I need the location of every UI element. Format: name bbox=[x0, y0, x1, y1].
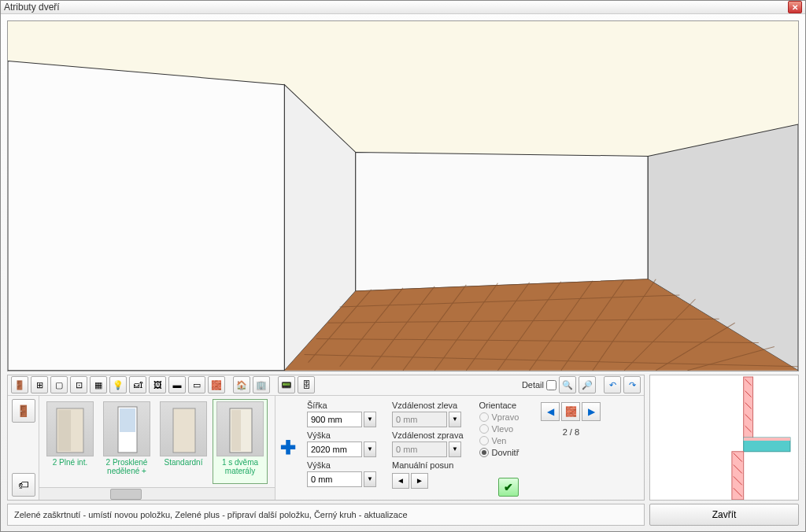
height-label: Výška bbox=[307, 430, 376, 440]
thumb-label: 1 s dvěma materály bbox=[215, 458, 265, 475]
width-label: Šířka bbox=[307, 401, 376, 410]
door-thumb-0[interactable]: 2 Plné int. bbox=[43, 399, 98, 484]
door-thumb-2[interactable]: Standardní bbox=[156, 399, 211, 484]
add-column: ✚ bbox=[275, 396, 301, 500]
controls-row: 🚪 ⊞ ▢ ⊡ ▦ 💡 🛋 🖼 ▬ ▭ 🧱 🏠 🏢 📟 🗄 bbox=[7, 375, 799, 501]
orientation-label: Orientace bbox=[479, 401, 519, 410]
building-tool-icon[interactable]: 🏢 bbox=[253, 376, 270, 393]
window-category-icon[interactable]: ⊞ bbox=[31, 376, 48, 393]
orientation-left-radio[interactable]: Vlevo bbox=[479, 424, 519, 434]
dist-right-dropdown-icon[interactable]: ▼ bbox=[449, 441, 461, 457]
preview-3d-viewport[interactable] bbox=[7, 20, 799, 371]
thumb-scrollbar[interactable] bbox=[39, 487, 275, 500]
zoom-in-icon[interactable]: 🔍 bbox=[559, 376, 576, 393]
thumbnail-list: 2 Plné int. 2 Prosklené nedělené + Stand… bbox=[39, 396, 275, 500]
dist-right-label: Vzdálenost zprava bbox=[392, 430, 464, 440]
thumb-label: Standardní bbox=[165, 458, 203, 467]
window-title: Atributy dveří bbox=[4, 2, 788, 13]
picture-category-icon[interactable]: 🖼 bbox=[149, 376, 166, 393]
wall-prev-icon[interactable]: ◀ bbox=[541, 402, 560, 421]
dist-right-input bbox=[392, 441, 447, 457]
tag-icon[interactable]: 🏷 bbox=[12, 473, 35, 497]
height2-dropdown-icon[interactable]: ▼ bbox=[364, 471, 376, 487]
house-tool-icon[interactable]: 🏠 bbox=[233, 376, 250, 393]
dist-left-dropdown-icon[interactable]: ▼ bbox=[449, 412, 461, 427]
ceiling-category-icon[interactable]: ▭ bbox=[188, 376, 205, 393]
close-icon[interactable]: ✕ bbox=[788, 1, 802, 13]
manual-label: Manuální posun bbox=[392, 460, 464, 470]
cabinet-tool-icon[interactable]: 🗄 bbox=[298, 376, 315, 393]
orientation-right-radio[interactable]: Vpravo bbox=[479, 412, 519, 422]
socket-category-icon[interactable]: ⊡ bbox=[70, 376, 87, 393]
svg-marker-1 bbox=[8, 61, 284, 370]
stove-tool-icon[interactable]: 📟 bbox=[278, 376, 295, 393]
svg-rect-25 bbox=[58, 410, 71, 451]
detail-checkbox[interactable] bbox=[546, 380, 556, 390]
width-dropdown-icon[interactable]: ▼ bbox=[364, 412, 376, 427]
svg-rect-30 bbox=[231, 410, 241, 451]
close-button[interactable]: Zavřít bbox=[649, 504, 799, 526]
redo-icon[interactable]: ↷ bbox=[623, 376, 641, 393]
svg-rect-27 bbox=[120, 408, 135, 432]
door-thumb-1[interactable]: 2 Prosklené nedělené + bbox=[99, 399, 154, 484]
zoom-out-icon[interactable]: 🔎 bbox=[579, 376, 596, 393]
svg-rect-28 bbox=[173, 408, 195, 453]
bottom-row: Zelené zaškrtnutí - umístí novou položku… bbox=[7, 504, 799, 526]
lamp-category-icon[interactable]: 💡 bbox=[109, 376, 127, 393]
door-category-icon[interactable]: 🚪 bbox=[11, 376, 28, 393]
svg-marker-3 bbox=[356, 152, 648, 290]
brick-category-icon[interactable]: 🧱 bbox=[208, 376, 225, 393]
furniture-category-icon[interactable]: 🛋 bbox=[129, 376, 146, 393]
plus-icon[interactable]: ✚ bbox=[280, 437, 296, 459]
dialog-window: Atributy dveří ✕ bbox=[0, 0, 806, 532]
thumb-label: 2 Prosklené nedělené + bbox=[102, 458, 152, 475]
status-bar: Zelené zaškrtnutí - umístí novou položku… bbox=[7, 504, 645, 526]
width-input[interactable] bbox=[307, 412, 362, 427]
undo-icon[interactable]: ↶ bbox=[604, 376, 621, 393]
category-toolbar: 🚪 ⊞ ▢ ⊡ ▦ 💡 🛋 🖼 ▬ ▭ 🧱 🏠 🏢 📟 🗄 bbox=[8, 375, 644, 396]
wall-next-icon[interactable]: ▶ bbox=[582, 402, 601, 421]
svg-rect-33 bbox=[744, 438, 790, 441]
orientation-out-radio[interactable]: Ven bbox=[479, 436, 519, 445]
orientation-in-radio[interactable]: Dovnitř bbox=[479, 448, 519, 457]
parameters-panel: 🚪 ⊞ ▢ ⊡ ▦ 💡 🛋 🖼 ▬ ▭ 🧱 🏠 🏢 📟 🗄 bbox=[7, 375, 645, 501]
door-thumb-3[interactable]: 1 s dvěma materály bbox=[213, 399, 268, 484]
svg-rect-31 bbox=[744, 377, 753, 439]
radiator-category-icon[interactable]: ▦ bbox=[90, 376, 107, 393]
wall-brick-icon[interactable]: 🧱 bbox=[561, 402, 580, 421]
dist-left-label: Vzdálenost zleva bbox=[392, 401, 464, 410]
height-input[interactable] bbox=[307, 441, 362, 457]
height2-input[interactable] bbox=[307, 471, 362, 487]
content-area: 🚪 ⊞ ▢ ⊡ ▦ 💡 🛋 🖼 ▬ ▭ 🧱 🏠 🏢 📟 🗄 bbox=[1, 14, 805, 532]
height2-label: Výška bbox=[307, 460, 376, 470]
params-area: 🚪 🏷 2 Plné int. 2 Prosklen bbox=[8, 396, 644, 500]
thumb-label: 2 Plné int. bbox=[53, 458, 87, 467]
dist-left-input bbox=[392, 412, 447, 427]
plan-preview[interactable] bbox=[649, 375, 799, 501]
wall-counter: 2 / 8 bbox=[563, 427, 579, 437]
opening-category-icon[interactable]: ▢ bbox=[50, 376, 68, 393]
manual-prev-icon[interactable]: ◄ bbox=[392, 473, 409, 489]
manual-next-icon[interactable]: ► bbox=[411, 473, 428, 489]
height-dropdown-icon[interactable]: ▼ bbox=[364, 441, 376, 457]
dimension-fields: Šířka ▼ Výška ▼ Výška bbox=[301, 396, 644, 500]
detail-label: Detail bbox=[522, 380, 544, 390]
confirm-check-icon[interactable]: ✔ bbox=[498, 478, 519, 497]
side-strip: 🚪 🏷 bbox=[8, 396, 39, 500]
door-type-icon[interactable]: 🚪 bbox=[12, 399, 35, 423]
titlebar: Atributy dveří ✕ bbox=[1, 1, 805, 14]
floor-category-icon[interactable]: ▬ bbox=[168, 376, 186, 393]
